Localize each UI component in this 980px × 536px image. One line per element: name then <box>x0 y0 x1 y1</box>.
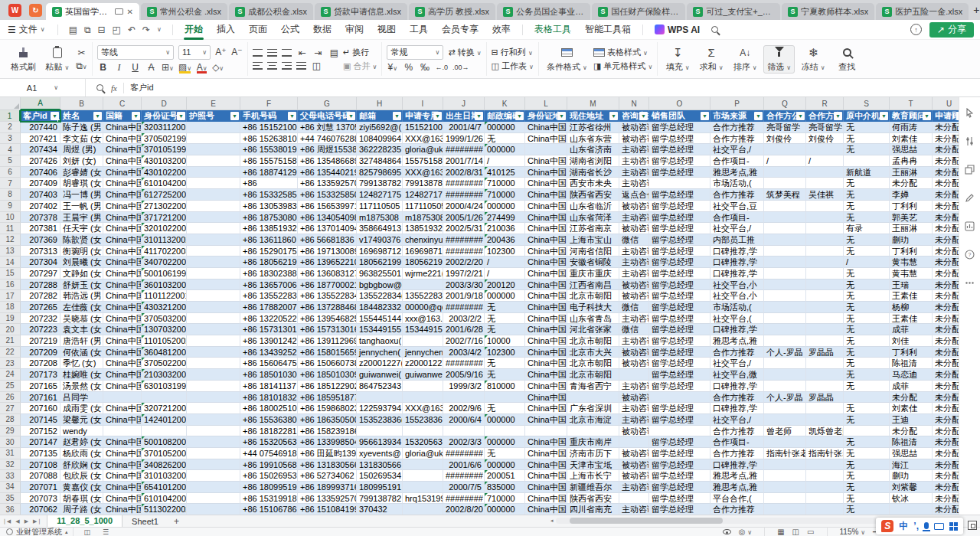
cell-K15[interactable]: / <box>485 268 525 279</box>
cell-S27[interactable]: 无 <box>844 403 890 414</box>
cell-L32[interactable]: China中国 <box>525 459 567 471</box>
row-header-26[interactable]: 26 <box>0 392 21 404</box>
cell-Q28[interactable] <box>764 414 806 426</box>
cell-A16[interactable]: 207288 <box>21 279 60 291</box>
cell-A20[interactable]: 207223 <box>21 324 60 335</box>
cell-H18[interactable]: 184482332 <box>357 302 403 313</box>
cell-A12[interactable]: 207369 <box>21 234 60 246</box>
cell-M12[interactable]: 上海市宝山 <box>567 234 619 246</box>
filter-dropdown-icon[interactable]: ▼ <box>923 112 931 120</box>
filter-dropdown-icon[interactable]: ▼ <box>701 112 709 120</box>
cell-C32[interactable]: China中国 <box>103 459 142 471</box>
cell-N5[interactable]: 主动咨询 <box>619 155 649 167</box>
cell-T16[interactable]: 王瑞 <box>890 279 933 291</box>
sheet-tab-11_28_5_1000[interactable]: 11_28_5_1000 <box>47 515 122 528</box>
cell-A4[interactable]: 207434 <box>21 144 60 155</box>
cell-G17[interactable]: +86 1355228341 <box>298 290 357 302</box>
cell-E19[interactable] <box>187 313 240 325</box>
cell-I26[interactable] <box>403 392 443 404</box>
cell-E31[interactable] <box>187 448 240 459</box>
cell-P12[interactable]: 内部员工推 <box>710 234 764 246</box>
cell-C20[interactable]: China中国 <box>103 324 142 335</box>
cell-K23[interactable]: 无 <box>485 358 525 369</box>
cell-S20[interactable]: 无 <box>844 324 890 335</box>
cell-Q32[interactable] <box>764 459 806 471</box>
row-header-6[interactable]: 6 <box>0 167 21 178</box>
cell-J6[interactable]: 2002/8/31 <box>443 167 485 178</box>
cell-J26[interactable] <box>443 392 485 404</box>
cell-K8[interactable]: 710000 <box>485 189 525 201</box>
cell-R35[interactable] <box>806 493 844 505</box>
cell-Q18[interactable] <box>764 302 806 313</box>
cell-C25[interactable]: China中国 <box>103 381 142 392</box>
more-options-icon[interactable] <box>965 278 975 288</box>
row-header-19[interactable]: 19 <box>0 313 21 325</box>
cell-A8[interactable]: 207403 <box>21 189 60 201</box>
cell-F3[interactable]: +86 15263810 <box>240 133 298 145</box>
cell-P26[interactable]: 合作方推荐 <box>710 392 764 404</box>
cell-D29[interactable] <box>142 426 187 437</box>
cell-I28[interactable]: 15523836( <box>403 414 443 426</box>
cell-E33[interactable] <box>187 470 240 482</box>
cell-B34[interactable]: 黄嘉仪 (女 <box>60 482 103 493</box>
cell-U13[interactable]: 未分配 <box>933 246 959 257</box>
close-tab-icon[interactable]: ✕ <box>127 8 133 16</box>
cell-O19[interactable]: 留学总经理 <box>649 313 710 325</box>
cell-L3[interactable]: China中国 <box>525 133 567 145</box>
cell-U3[interactable]: 未分配 <box>933 133 959 145</box>
cell-I25[interactable] <box>403 381 443 392</box>
cell-G4[interactable]: +86 周煜155380 <box>298 144 357 155</box>
cell-S15[interactable]: 无 <box>844 268 890 279</box>
cell-P21[interactable]: 雅思考点,雅 <box>710 335 764 347</box>
cell-N13[interactable]: 主动咨询 <box>619 246 649 257</box>
cell-D9[interactable]: 271302200004241013 <box>142 201 187 212</box>
cell-H13[interactable]: 169698712 <box>357 246 403 257</box>
cell-D3[interactable]: 370502199901260083 <box>142 133 187 145</box>
filter-dropdown-icon[interactable]: ▼ <box>393 112 401 120</box>
cell-P9[interactable]: 社交平台,豆 <box>710 201 764 212</box>
cell-B14[interactable]: 刘晨曦 (女 <box>60 257 103 268</box>
find-button[interactable]: 查找 <box>831 46 862 73</box>
cell-U17[interactable]: 未分配 <box>933 290 959 302</box>
cell-M32[interactable]: 天津市宝坻 <box>567 459 619 471</box>
cell-M6[interactable]: 湖南省长沙 <box>567 167 619 178</box>
cell-T33[interactable]: 蒯玏 <box>890 470 933 482</box>
cell-U34[interactable]: 未分配 <box>933 482 959 493</box>
cell-M15[interactable]: 重庆市重庆 <box>567 268 619 279</box>
cell-E21[interactable] <box>187 335 240 347</box>
row-header-21[interactable]: 21 <box>0 335 21 347</box>
cell-M4[interactable]: 山东省济南 <box>567 144 619 155</box>
cell-O18[interactable]: 留学总经理 <box>649 302 710 313</box>
decrease-decimal-icon[interactable]: .00→ <box>452 64 469 71</box>
highlight-color-button[interactable]: ▨∨ <box>178 62 191 73</box>
cell-H32[interactable]: 131830566 <box>357 459 403 471</box>
cell-G28[interactable]: +86 1863505000 <box>298 414 357 426</box>
cell-S34[interactable]: 无 <box>844 482 890 493</box>
cell-N12[interactable]: 微信 <box>619 234 649 246</box>
cell-N4[interactable]: 主动咨询 <box>619 144 649 155</box>
cell-G20[interactable]: +86 1573130169 <box>298 324 357 335</box>
ime-punctuation-icon[interactable]: ’, <box>913 521 919 531</box>
cell-N29[interactable]: 被动咨询 <box>619 426 649 437</box>
cell-Q10[interactable] <box>764 212 806 224</box>
cell-T25[interactable]: 成菲 <box>890 381 933 392</box>
cell-A36[interactable]: 207062 <box>21 504 60 515</box>
cell-B36[interactable]: 周子路 (女 <box>60 504 103 515</box>
cell-H17[interactable]: 135522834( <box>357 290 403 302</box>
cell-R31[interactable]: 指南针张老 <box>806 448 844 459</box>
cell-I16[interactable] <box>403 279 443 291</box>
cell-E30[interactable] <box>187 436 240 448</box>
print-preview-icon[interactable]: ◰ <box>113 25 121 35</box>
cell-A29[interactable]: 207152 <box>21 426 60 437</box>
cell-K31[interactable]: 无 <box>485 448 525 459</box>
cell-N31[interactable]: 被动咨询 <box>619 448 649 459</box>
cell-B33[interactable]: 包欣辰 (女 <box>60 470 103 482</box>
cell-F29[interactable]: +86 18182281 <box>240 426 298 437</box>
cell-E15[interactable] <box>187 268 240 279</box>
file-tab[interactable]: S国任财产保险样本... <box>592 3 685 20</box>
cell-P22[interactable]: 合作方推荐 <box>710 347 764 358</box>
cell-B25[interactable]: 汤景然 (女 <box>60 381 103 392</box>
cell-E13[interactable] <box>187 246 240 257</box>
cell-R4[interactable] <box>806 144 844 155</box>
duplicate-window-icon[interactable] <box>965 165 975 175</box>
